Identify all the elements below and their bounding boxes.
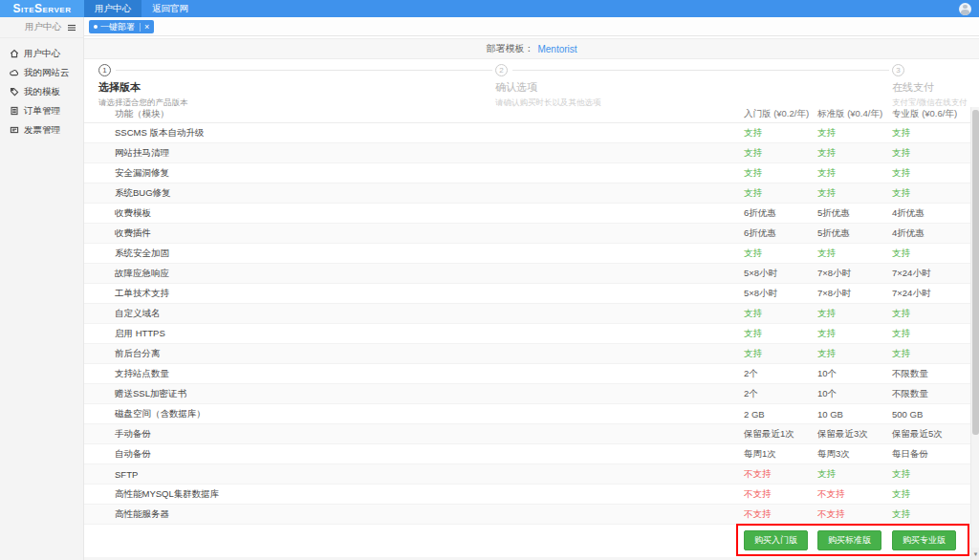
plan-value-professional: 不限数量 bbox=[892, 368, 966, 380]
plan-value-entry: 支持 bbox=[744, 328, 817, 340]
feature-name: SSCMS 版本自动升级 bbox=[115, 127, 744, 140]
tab-active-dot-icon bbox=[94, 25, 98, 29]
step-online-payment: 3 在线支付 支付宝/微信在线支付 bbox=[892, 64, 968, 109]
table-row: 工单技术支持 5×8小时 7×8小时 7×24小时 bbox=[84, 284, 979, 304]
siteserver-logo: SiteServer bbox=[0, 0, 84, 17]
plan-value-standard: 支持 bbox=[817, 468, 892, 481]
table-row: 故障应急响应 5×8小时 7×8小时 7×24小时 bbox=[84, 264, 979, 284]
table-row: 前后台分离 支持 支持 支持 bbox=[84, 344, 979, 364]
step-subtitle: 请选择适合您的产品版本 bbox=[98, 97, 188, 109]
feature-name: 手动备份 bbox=[115, 428, 744, 441]
plan-value-entry: 2 GB bbox=[744, 409, 817, 420]
plan-value-entry: 6折优惠 bbox=[744, 227, 817, 240]
plan-value-entry: 支持 bbox=[744, 248, 817, 260]
buy-entry-button[interactable]: 购买入门版 bbox=[744, 530, 808, 550]
tab-one-click-deploy[interactable]: 一键部署 × bbox=[89, 20, 154, 33]
feature-name: 安全漏洞修复 bbox=[115, 167, 744, 180]
table-row: 启用 HTTPS 支持 支持 支持 bbox=[84, 324, 979, 344]
plan-value-professional: 支持 bbox=[892, 187, 966, 200]
table-row: 手动备份 保留最近1次 保留最近3次 保留最近5次 bbox=[84, 424, 979, 444]
plan-value-entry: 不支持 bbox=[744, 508, 817, 521]
page: SiteServer 用户中心 返回官网 用户中心 用户中心 我的网站云 我的模… bbox=[0, 0, 979, 560]
feature-name: 赠送SSL加密证书 bbox=[115, 388, 744, 400]
feature-name: 收费插件 bbox=[115, 227, 744, 240]
sidebar-item-user-center[interactable]: 用户中心 bbox=[0, 44, 83, 63]
topbar-tab-official-site[interactable]: 返回官网 bbox=[141, 0, 199, 17]
table-row: 自动备份 每周1次 每周3次 每日备份 bbox=[84, 444, 979, 464]
plan-value-professional: 支持 bbox=[892, 167, 966, 180]
feature-name: 支持站点数量 bbox=[115, 368, 744, 380]
tab-close-icon[interactable]: × bbox=[140, 23, 149, 32]
buy-buttons-row: 购买入门版 购买标准版 购买专业版 bbox=[84, 525, 979, 555]
sidebar: 用户中心 用户中心 我的网站云 我的模板 订单管理 发票管理 bbox=[0, 17, 84, 560]
sidebar-item-label: 订单管理 bbox=[24, 105, 60, 118]
sidebar-item-label: 我的模板 bbox=[24, 86, 60, 98]
plan-value-entry: 支持 bbox=[744, 147, 817, 160]
plan-value-standard: 支持 bbox=[817, 248, 892, 260]
plan-value-entry: 每周1次 bbox=[744, 448, 817, 461]
user-avatar-icon[interactable] bbox=[959, 3, 971, 15]
table-row: 收费插件 6折优惠 5折优惠 4折优惠 bbox=[84, 224, 979, 244]
plan-value-entry: 支持 bbox=[744, 187, 817, 200]
table-row: 磁盘空间（含数据库） 2 GB 10 GB 500 GB bbox=[84, 404, 979, 424]
buy-standard-button[interactable]: 购买标准版 bbox=[817, 530, 881, 550]
plan-value-professional: 支持 bbox=[892, 348, 966, 360]
sidebar-header: 用户中心 bbox=[0, 17, 83, 38]
plan-value-professional: 支持 bbox=[892, 508, 966, 521]
scrollbar-thumb[interactable] bbox=[972, 110, 979, 435]
sidebar-item-invoice-management[interactable]: 发票管理 bbox=[0, 120, 83, 140]
table-row: 自定义域名 支持 支持 支持 bbox=[84, 304, 979, 324]
cloud-icon bbox=[10, 68, 19, 77]
plan-value-standard: 支持 bbox=[817, 328, 892, 340]
sidebar-item-order-management[interactable]: 订单管理 bbox=[0, 101, 83, 120]
table-row: 高性能服务器 不支持 不支持 支持 bbox=[84, 505, 979, 525]
buy-professional-button[interactable]: 购买专业版 bbox=[892, 530, 956, 550]
plan-value-professional: 支持 bbox=[892, 308, 966, 320]
sidebar-item-my-templates[interactable]: 我的模板 bbox=[0, 82, 83, 101]
template-icon bbox=[10, 87, 19, 97]
hamburger-icon[interactable] bbox=[67, 23, 76, 32]
plan-value-standard: 支持 bbox=[817, 187, 892, 200]
plan-value-standard: 支持 bbox=[817, 147, 892, 160]
feature-column-header: 功能（模块） bbox=[115, 108, 744, 120]
feature-name: 启用 HTTPS bbox=[115, 328, 744, 340]
plan-value-entry: 支持 bbox=[744, 127, 817, 140]
plan-value-professional: 不限数量 bbox=[892, 388, 966, 400]
plan-value-standard: 支持 bbox=[817, 167, 892, 180]
plan-header-entry: 入门版 (¥0.2/年) bbox=[744, 108, 817, 120]
plan-value-entry: 6折优惠 bbox=[744, 207, 817, 220]
plan-value-professional: 支持 bbox=[892, 488, 966, 501]
table-row: SSCMS 版本自动升级 支持 支持 支持 bbox=[84, 123, 979, 143]
feature-name: 工单技术支持 bbox=[115, 288, 744, 300]
table-row: 系统安全加固 支持 支持 支持 bbox=[84, 244, 979, 264]
plan-value-entry: 5×8小时 bbox=[744, 288, 817, 300]
table-row: 安全漏洞修复 支持 支持 支持 bbox=[84, 163, 979, 183]
vertical-scrollbar[interactable]: ▼ bbox=[970, 107, 979, 560]
topbar-tab-user-center[interactable]: 用户中心 bbox=[84, 0, 141, 17]
plan-value-professional: 支持 bbox=[892, 248, 966, 260]
deploy-template-link[interactable]: Mentorist bbox=[537, 44, 577, 54]
plan-value-professional: 500 GB bbox=[892, 409, 966, 420]
plan-value-entry: 不支持 bbox=[744, 468, 817, 481]
step-number: 2 bbox=[495, 64, 508, 76]
plan-value-professional: 4折优惠 bbox=[892, 207, 966, 220]
feature-name: SFTP bbox=[115, 469, 744, 480]
topbar: SiteServer 用户中心 返回官网 bbox=[0, 0, 979, 17]
step-subtitle: 支付宝/微信在线支付 bbox=[892, 97, 968, 109]
sidebar-item-label: 我的网站云 bbox=[24, 67, 70, 79]
plan-value-standard: 不支持 bbox=[817, 488, 892, 501]
feature-name: 高性能MYSQL集群数据库 bbox=[115, 488, 744, 501]
plan-value-entry: 保留最近1次 bbox=[744, 428, 817, 441]
plan-value-entry: 2个 bbox=[744, 388, 817, 400]
table-row: 赠送SSL加密证书 2个 10个 不限数量 bbox=[84, 384, 979, 404]
plan-value-entry: 2个 bbox=[744, 368, 817, 380]
plan-value-standard: 保留最近3次 bbox=[817, 428, 892, 441]
feature-name: 系统BUG修复 bbox=[115, 187, 744, 200]
scroll-down-arrow-icon[interactable]: ▼ bbox=[971, 548, 979, 560]
orders-icon bbox=[10, 106, 19, 116]
plan-value-professional: 保留最近5次 bbox=[892, 428, 966, 441]
table-row: 网站挂马清理 支持 支持 支持 bbox=[84, 143, 979, 163]
step-confirm-options: 2 确认选项 请确认购买时长以及其他选项 bbox=[495, 64, 601, 109]
plan-value-standard: 不支持 bbox=[817, 508, 892, 521]
sidebar-item-my-site-cloud[interactable]: 我的网站云 bbox=[0, 63, 83, 82]
